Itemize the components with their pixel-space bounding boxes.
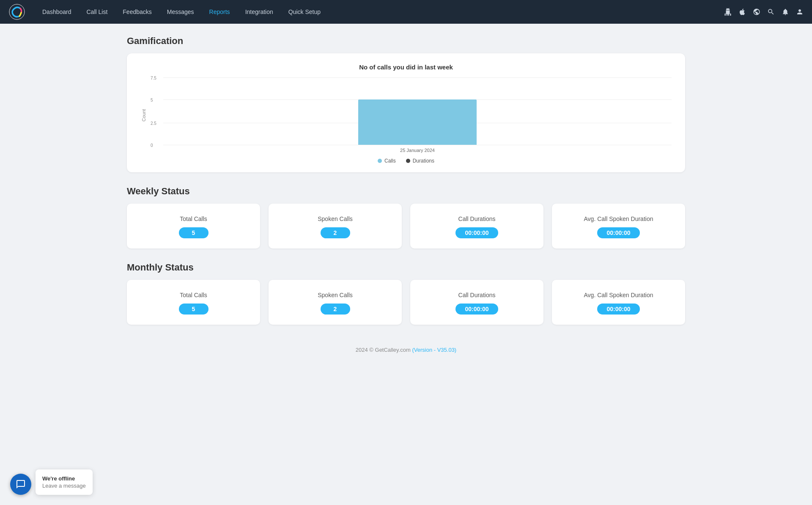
search-icon[interactable] [767,8,775,16]
chart-area: Count 7.5 5 2.5 0 25 January 2 [140,77,672,153]
monthly-total-calls-card: Total Calls 5 [127,280,260,325]
globe-icon[interactable] [753,8,760,16]
weekly-total-calls-value: 5 [179,227,208,238]
bars-container [163,77,672,145]
monthly-avg-duration-card: Avg. Call Spoken Duration 00:00:00 [552,280,685,325]
footer: 2024 © GetCalley.com (Version - V35.03) [127,338,685,362]
chat-open-button[interactable] [10,474,31,495]
chart-title: No of calls you did in last week [140,63,672,71]
weekly-spoken-calls-value: 2 [321,227,350,238]
monthly-spoken-calls-label: Spoken Calls [277,292,393,298]
nav-integration[interactable]: Integration [239,5,280,19]
monthly-avg-duration-label: Avg. Call Spoken Duration [560,292,677,298]
nav-dashboard[interactable]: Dashboard [36,5,78,19]
weekly-avg-duration-value: 00:00:00 [597,227,639,238]
chat-status: We're offline [42,475,86,482]
gamification-title: Gamification [127,36,685,47]
monthly-call-durations-label: Call Durations [419,292,535,298]
apple-icon[interactable] [738,8,746,16]
weekly-spoken-calls-card: Spoken Calls 2 [269,204,402,248]
main-content: Gamification No of calls you did in last… [110,24,702,373]
legend-calls: Calls [378,158,396,164]
nav-feedbacks[interactable]: Feedbacks [116,5,158,19]
weekly-avg-duration-label: Avg. Call Spoken Duration [560,215,677,222]
nav-call-list[interactable]: Call List [80,5,115,19]
chart-legend: Calls Durations [140,158,672,164]
android-icon[interactable] [724,8,732,16]
footer-version-link[interactable]: (Version - V35.03) [412,347,456,353]
monthly-spoken-calls-value: 2 [321,304,350,315]
nav-reports[interactable]: Reports [203,5,237,19]
monthly-total-calls-label: Total Calls [135,292,252,298]
monthly-total-calls-value: 5 [179,304,208,315]
monthly-stats-grid: Total Calls 5 Spoken Calls 2 Call Durati… [127,280,685,325]
logo[interactable] [8,3,25,20]
chat-popup: We're offline Leave a message [36,469,93,495]
nav-icon-group [724,8,804,16]
monthly-status-title: Monthly Status [127,262,685,273]
gamification-chart-card: No of calls you did in last week Count 7… [127,53,685,172]
weekly-spoken-calls-label: Spoken Calls [277,215,393,222]
weekly-avg-duration-card: Avg. Call Spoken Duration 00:00:00 [552,204,685,248]
calls-label: Calls [384,158,396,164]
chat-leave-message[interactable]: Leave a message [42,483,86,489]
x-axis-label: 25 January 2024 [400,148,435,153]
user-icon[interactable] [796,8,804,16]
weekly-total-calls-label: Total Calls [135,215,252,222]
chat-widget: We're offline Leave a message [10,469,93,495]
nav-quick-setup[interactable]: Quick Setup [282,5,327,19]
weekly-call-durations-label: Call Durations [419,215,535,222]
nav-messages[interactable]: Messages [160,5,201,19]
legend-durations: Durations [406,158,434,164]
weekly-call-durations-value: 00:00:00 [455,227,498,238]
bar-group [358,99,477,145]
monthly-avg-duration-value: 00:00:00 [597,304,639,315]
monthly-call-durations-value: 00:00:00 [455,304,498,315]
durations-label: Durations [413,158,434,164]
footer-text: 2024 © GetCalley.com [356,347,412,353]
weekly-stats-grid: Total Calls 5 Spoken Calls 2 Call Durati… [127,204,685,248]
calls-dot [378,159,382,163]
y-axis-label: Count [140,77,147,153]
monthly-call-durations-card: Call Durations 00:00:00 [410,280,543,325]
navbar: Dashboard Call List Feedbacks Messages R… [0,0,812,24]
weekly-call-durations-card: Call Durations 00:00:00 [410,204,543,248]
weekly-total-calls-card: Total Calls 5 [127,204,260,248]
calls-bar [358,99,477,145]
weekly-status-title: Weekly Status [127,186,685,197]
monthly-spoken-calls-card: Spoken Calls 2 [269,280,402,325]
chat-icon [16,479,26,489]
nav-links: Dashboard Call List Feedbacks Messages R… [36,5,724,19]
durations-dot [406,159,410,163]
bell-icon[interactable] [782,8,789,16]
x-axis-labels: 25 January 2024 [163,148,672,153]
chart-grid: 7.5 5 2.5 0 [163,77,672,145]
